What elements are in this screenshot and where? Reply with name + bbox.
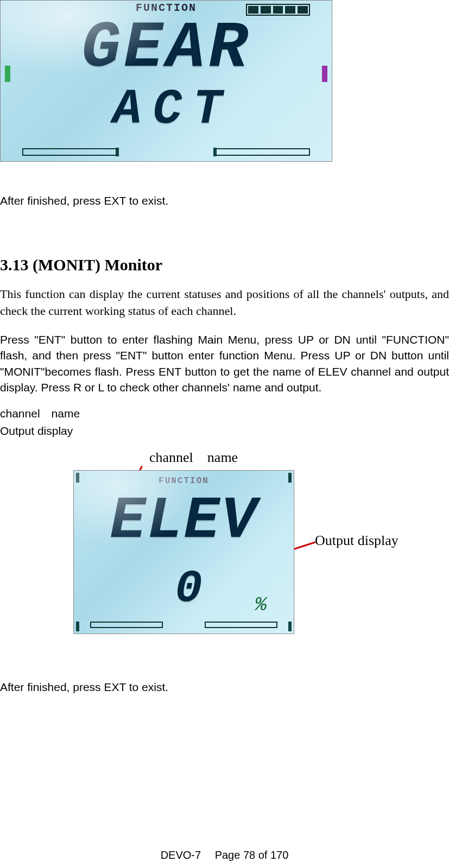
lcd1-right-tick-icon (322, 66, 327, 82)
lcd2-top-label: FUNCTION (159, 476, 209, 486)
lcd2-value: 0 (175, 563, 204, 614)
lcd1-line1: GEAR (81, 11, 251, 85)
page-footer: DEVO-7 Page 78 of 170 (0, 849, 449, 861)
lcd2-percent-icon: % (255, 594, 267, 616)
lcd-figure-elev: FUNCTION ELEV 0 % (73, 470, 294, 634)
lcd1-line2: ACT (112, 82, 233, 137)
lcd1-bottom-bar-left-icon (22, 148, 117, 156)
lcd2-line1: ELEV (110, 487, 257, 555)
figure-monit-elev: channel name Output display FUNCTION ELE… (0, 448, 413, 644)
lcd1-bottom-bar-right-icon (216, 148, 310, 156)
callout-channel-name: channel name (149, 449, 238, 466)
lcd2-bottom-bar-left-icon (90, 622, 163, 628)
label-channel-name: channel name (0, 407, 449, 420)
section-heading: 3.13 (MONIT) Monitor (0, 256, 449, 274)
section-body: Press "ENT" button to enter flashing Mai… (0, 332, 449, 396)
label-output-display: Output display (0, 425, 449, 438)
text-after-fig2: After finished, press EXT to exist. (0, 679, 449, 695)
lcd2-bottom-bar-right-icon (205, 622, 277, 628)
lcd1-battery-icon (246, 4, 310, 16)
callout-output-display: Output display (315, 533, 399, 549)
section-intro: This function can display the current st… (0, 286, 449, 320)
lcd-figure-gear-act: FUNCTION GEAR ACT (0, 0, 332, 162)
text-after-fig1: After finished, press EXT to exist. (0, 193, 449, 208)
lcd1-left-tick-icon (5, 66, 10, 82)
